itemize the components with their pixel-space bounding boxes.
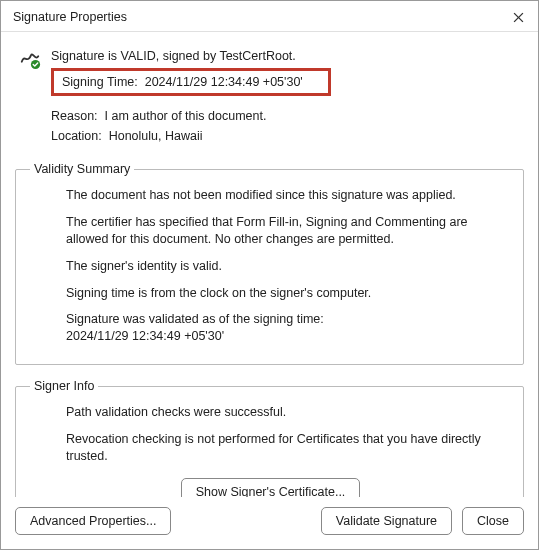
signing-time-label: Signing Time:	[62, 75, 138, 89]
window-title: Signature Properties	[13, 10, 127, 24]
signature-valid-icon	[19, 48, 41, 70]
content-area: Signature is VALID, signed by TestCertRo…	[1, 32, 538, 497]
validity-line: The document has not been modified since…	[66, 182, 511, 209]
advanced-properties-button[interactable]: Advanced Properties...	[15, 507, 171, 535]
validity-line: Signing time is from the clock on the si…	[66, 280, 511, 307]
close-button[interactable]	[508, 7, 528, 27]
signer-info-group: Signer Info Path validation checks were …	[15, 379, 524, 497]
validity-summary-body: The document has not been modified since…	[30, 182, 511, 350]
validity-summary-legend: Validity Summary	[30, 162, 134, 176]
validity-line: The signer's identity is valid.	[66, 253, 511, 280]
reason-value: I am author of this document.	[105, 109, 267, 123]
signature-valid-text: Signature is VALID, signed by TestCertRo…	[51, 46, 524, 66]
validity-line: The certifier has specified that Form Fi…	[66, 209, 511, 253]
location-value: Honolulu, Hawaii	[109, 129, 203, 143]
validity-summary-group: Validity Summary The document has not be…	[15, 162, 524, 365]
close-icon	[513, 12, 524, 23]
signing-time-value: 2024/11/29 12:34:49 +05'30'	[145, 75, 303, 89]
validity-line: Signature was validated as of the signin…	[66, 306, 511, 350]
show-cert-row: Show Signer's Certificate...	[30, 470, 511, 497]
signer-info-legend: Signer Info	[30, 379, 98, 393]
reason-label: Reason:	[51, 109, 98, 123]
signature-lines: Signature is VALID, signed by TestCertRo…	[51, 46, 524, 146]
show-signers-certificate-button[interactable]: Show Signer's Certificate...	[181, 478, 361, 497]
signature-header: Signature is VALID, signed by TestCertRo…	[15, 44, 524, 156]
footer-left: Advanced Properties...	[15, 507, 171, 535]
close-dialog-button[interactable]: Close	[462, 507, 524, 535]
footer-right: Validate Signature Close	[321, 507, 524, 535]
location-label: Location:	[51, 129, 102, 143]
signer-info-body: Path validation checks were successful. …	[30, 399, 511, 470]
signer-info-line: Revocation checking is not performed for…	[66, 426, 511, 470]
signer-info-line: Path validation checks were successful.	[66, 399, 511, 426]
validate-signature-button[interactable]: Validate Signature	[321, 507, 452, 535]
footer: Advanced Properties... Validate Signatur…	[1, 497, 538, 549]
titlebar: Signature Properties	[1, 1, 538, 32]
reason-line: Reason: I am author of this document.	[51, 106, 524, 126]
signing-time-highlight: Signing Time: 2024/11/29 12:34:49 +05'30…	[51, 68, 331, 96]
location-line: Location: Honolulu, Hawaii	[51, 126, 524, 146]
